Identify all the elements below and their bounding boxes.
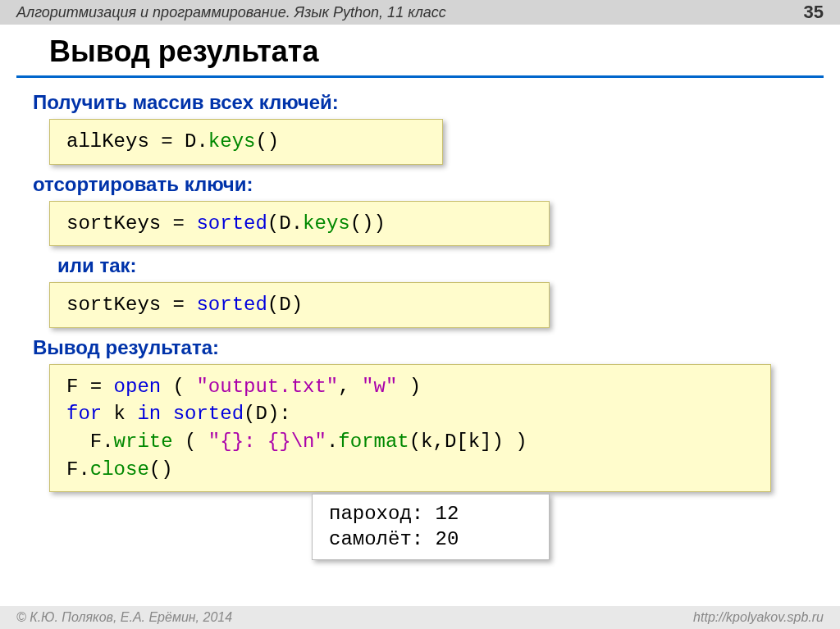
code-box-sortkeys-short: sortKeys = sorted(D): [49, 282, 550, 328]
section-label-output: Вывод результата:: [33, 336, 807, 359]
section-label-or: или так:: [57, 254, 807, 277]
code-line: F = open ( "output.txt", "w" ): [66, 373, 754, 401]
code-text: (): [255, 130, 279, 153]
footer-bar: © К.Ю. Поляков, Е.А. Ерёмин, 2014 http:/…: [0, 606, 840, 629]
code-text: sortKeys =: [66, 294, 196, 316]
code-line: F.write ( "{}: {}\n".format(k,D[k]) ): [66, 428, 754, 456]
output-line: пароход: 12: [329, 501, 532, 526]
code-method: keys: [208, 130, 256, 153]
output-line: самолёт: 20: [329, 526, 532, 552]
code-builtin: sorted: [196, 294, 267, 316]
section-label-get-keys: Получить массив всех ключей:: [33, 91, 807, 114]
slide-title: Вывод результата: [16, 25, 824, 78]
code-text: (D): [267, 294, 303, 316]
code-method: keys: [303, 212, 350, 235]
footer-url: http://kpolyakov.spb.ru: [693, 610, 824, 625]
code-text: allKeys = D.: [66, 130, 208, 153]
code-text: (D.: [267, 212, 303, 235]
code-line: for k in sorted(D):: [66, 400, 754, 428]
code-text: ()): [350, 212, 386, 235]
page-number: 35: [804, 2, 824, 23]
code-line: F.close(): [66, 456, 754, 484]
code-text: sortKeys =: [66, 212, 196, 235]
header-bar: Алгоритмизация и программирование. Язык …: [0, 0, 840, 25]
code-box-file-output: F = open ( "output.txt", "w" ) for k in …: [49, 364, 771, 492]
content-area: Получить массив всех ключей: allKeys = D…: [0, 78, 840, 567]
code-box-sortkeys: sortKeys = sorted(D.keys()): [49, 201, 550, 247]
footer-copyright: © К.Ю. Поляков, Е.А. Ерёмин, 2014: [16, 610, 232, 625]
code-builtin: sorted: [196, 212, 267, 235]
section-label-sort-keys: отсортировать ключи:: [33, 173, 807, 196]
output-box: пароход: 12 самолёт: 20: [312, 494, 550, 559]
code-box-allkeys: allKeys = D.keys(): [49, 119, 443, 165]
header-title: Алгоритмизация и программирование. Язык …: [16, 4, 446, 21]
